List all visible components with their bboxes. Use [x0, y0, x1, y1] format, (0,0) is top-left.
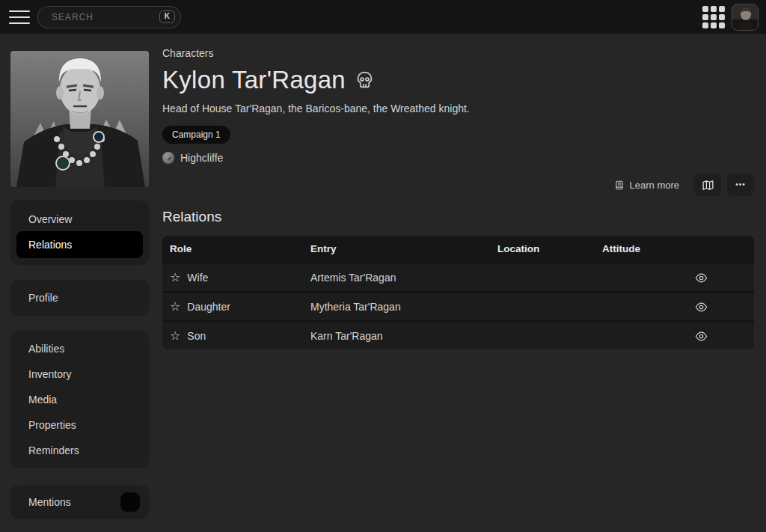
sidebar-item-reminders[interactable]: Reminders: [16, 438, 143, 463]
search-box[interactable]: K: [37, 6, 181, 28]
sidebar-nav-sections: Abilities Inventory Media Properties Rem…: [10, 331, 149, 468]
header-actions: Learn more •••: [162, 174, 754, 196]
main-content: Characters Kylon Tar'Ragan Head of House…: [162, 43, 754, 519]
page-title: Kylon Tar'Ragan: [162, 66, 346, 94]
hamburger-menu-icon[interactable]: [9, 10, 30, 24]
app-grid-icon[interactable]: [702, 5, 726, 29]
relation-role: Son: [187, 330, 206, 342]
campaign-badge[interactable]: Campaign 1: [162, 126, 230, 144]
location-thumbnail-icon: [162, 152, 174, 164]
location-name: Highcliffe: [180, 152, 223, 164]
search-shortcut-key: K: [159, 10, 175, 23]
relations-table-header: Role Entry Location Attitude: [162, 236, 754, 262]
table-row: ☆ Wife Artemis Tar'Ragan: [162, 264, 754, 291]
skull-icon: [355, 70, 374, 90]
sidebar-item-relations[interactable]: Relations: [16, 231, 143, 258]
character-portrait-image: [10, 51, 149, 187]
learn-more-label: Learn more: [630, 180, 679, 191]
search-input[interactable]: [52, 12, 159, 22]
sidebar-item-media[interactable]: Media: [16, 387, 143, 412]
sidebar-item-overview[interactable]: Overview: [16, 207, 143, 231]
column-header-role: Role: [162, 243, 303, 254]
relation-entry[interactable]: Artemis Tar'Ragan: [303, 272, 490, 284]
star-icon[interactable]: ☆: [170, 272, 180, 284]
book-icon: [614, 180, 625, 191]
map-icon: [702, 179, 714, 192]
star-icon[interactable]: ☆: [170, 330, 180, 342]
sidebar-item-profile[interactable]: Profile: [16, 286, 143, 310]
ellipsis-icon: •••: [735, 183, 746, 187]
column-header-location: Location: [490, 243, 595, 254]
visibility-eye-icon[interactable]: [695, 330, 708, 343]
column-header-attitude: Attitude: [595, 243, 692, 254]
mentions-card: Mentions: [10, 485, 149, 519]
learn-more-link[interactable]: Learn more: [614, 180, 679, 191]
sidebar-nav-profile: Profile: [10, 280, 149, 316]
sidebar-nav-main: Overview Relations: [10, 201, 149, 265]
mentions-toggle[interactable]: [120, 492, 140, 512]
sidebar-item-inventory[interactable]: Inventory: [16, 361, 143, 387]
map-button[interactable]: [694, 174, 721, 196]
table-row: ☆ Daughter Mytheria Tar'Ragan: [162, 293, 754, 320]
visibility-eye-icon[interactable]: [695, 272, 708, 284]
more-options-button[interactable]: •••: [727, 174, 754, 196]
sidebar-item-properties[interactable]: Properties: [16, 412, 143, 438]
column-header-entry: Entry: [303, 243, 490, 254]
relations-heading: Relations: [162, 209, 754, 225]
topbar: K: [0, 0, 766, 34]
relations-table: Role Entry Location Attitude ☆ Wife Arte…: [162, 236, 754, 349]
visibility-eye-icon[interactable]: [695, 301, 708, 314]
table-row: ☆ Son Karn Tar'Ragan: [162, 322, 754, 349]
relation-entry[interactable]: Karn Tar'Ragan: [303, 330, 490, 342]
sidebar: Overview Relations Profile Abilities Inv…: [10, 43, 149, 519]
relation-role: Daughter: [187, 301, 230, 313]
relation-role: Wife: [187, 272, 208, 284]
location-link[interactable]: Highcliffe: [162, 152, 754, 164]
character-subtitle: Head of House Tar'Ragan, the Baricos-ban…: [162, 103, 754, 114]
user-avatar[interactable]: [732, 4, 759, 31]
sidebar-item-abilities[interactable]: Abilities: [16, 336, 143, 361]
mentions-label: Mentions: [16, 496, 71, 508]
breadcrumb[interactable]: Characters: [162, 47, 213, 59]
relation-entry[interactable]: Mytheria Tar'Ragan: [303, 301, 490, 313]
star-icon[interactable]: ☆: [170, 301, 180, 313]
